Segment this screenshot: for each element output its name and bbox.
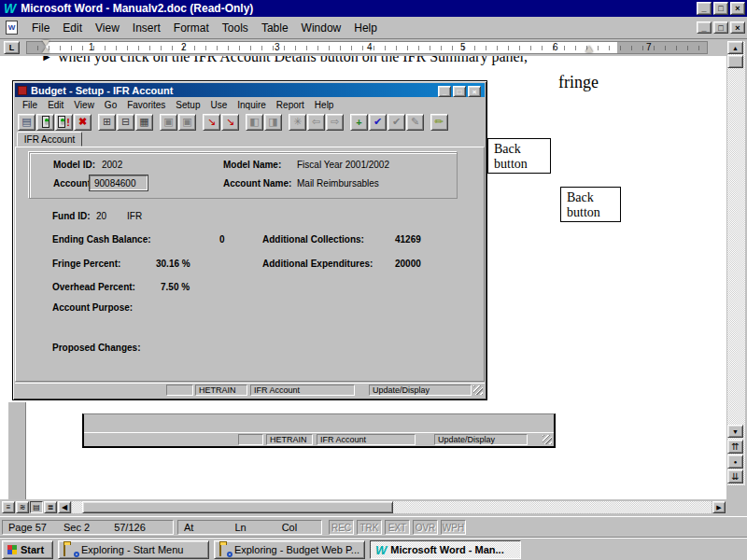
doc-close-button[interactable]: × — [730, 21, 745, 34]
edit-button[interactable]: ✎ — [406, 114, 424, 131]
copy-panel-button[interactable]: ▣ — [160, 114, 177, 131]
select-browse-object-button[interactable]: ● — [727, 455, 743, 469]
budget-menu-edit[interactable]: Edit — [48, 100, 63, 110]
account-input[interactable]: 90084600 — [90, 175, 148, 190]
tab-ifr-account[interactable]: IFR Account — [17, 132, 82, 147]
delete-row-icon: ⊟ — [121, 116, 130, 128]
scroll-left-button[interactable]: ◀ — [58, 501, 71, 513]
callout-back-button-1: Back button — [487, 138, 551, 174]
previous-page-button[interactable]: ⇈ — [727, 440, 743, 454]
doc-restore-button[interactable]: □ — [713, 21, 728, 34]
tab-selector[interactable]: L — [4, 41, 20, 54]
budget-close-button[interactable]: × — [468, 86, 481, 97]
budget-minimize-button[interactable]: _ — [438, 86, 451, 97]
grid-view-button[interactable]: ▦ — [135, 114, 153, 131]
budget-menu-favorites[interactable]: Favorites — [127, 100, 165, 110]
menu-table[interactable]: Table — [255, 19, 295, 37]
vertical-scroll-thumb[interactable] — [727, 55, 743, 68]
apply-button[interactable]: ✔ — [388, 114, 405, 131]
prev-panel-button[interactable]: ◧ — [246, 114, 263, 131]
rec-indicator[interactable]: REC — [329, 520, 354, 535]
budget-restore-button[interactable]: □ — [453, 86, 466, 97]
menu-tools[interactable]: Tools — [216, 19, 255, 37]
fund-id-value: 20 — [96, 211, 106, 221]
budget-menu-go[interactable]: Go — [105, 100, 117, 110]
document-icon[interactable]: W — [6, 21, 18, 35]
scroll-up-button[interactable]: ▲ — [727, 41, 743, 54]
budget-menu-use[interactable]: Use — [210, 100, 227, 110]
fringe-percent-label: Fringe Percent: — [52, 259, 120, 269]
taskbar-button-exploring-2[interactable]: Exploring - Budget Web P... — [214, 540, 365, 559]
taskbar-button-word[interactable]: W Microsoft Word - Man... — [370, 540, 521, 559]
menu-edit[interactable]: Edit — [56, 19, 89, 37]
delete-button[interactable]: ✖ — [74, 114, 92, 131]
scroll-down-button[interactable]: ▼ — [727, 425, 743, 438]
account-label: Account: — [53, 178, 93, 189]
menu-help[interactable]: Help — [347, 19, 384, 37]
traffic-light-icon — [42, 116, 49, 128]
additional-collections-label: Additional Collections: — [262, 234, 364, 245]
bullet-arrow-icon: ► — [41, 56, 52, 64]
forward-button[interactable]: ⇨ — [326, 114, 344, 131]
budget-menu-setup[interactable]: Setup — [176, 100, 200, 110]
budget-panel: Model ID: 2002 Model Name: Fiscal Year 2… — [15, 147, 485, 382]
restore-button[interactable]: □ — [713, 2, 728, 15]
web-layout-view-button[interactable]: ≋ — [16, 501, 29, 513]
indent-marker-left[interactable] — [42, 40, 49, 55]
back-button[interactable]: ⇦ — [307, 114, 325, 131]
status-panel: IFR Account — [317, 434, 416, 445]
trk-indicator[interactable]: TRK — [357, 520, 382, 535]
menu-insert[interactable]: Insert — [126, 19, 167, 37]
wph-indicator[interactable]: WPH — [441, 520, 466, 535]
cursor-info: At Ln Col — [177, 520, 322, 535]
close-button[interactable]: × — [730, 2, 745, 15]
additional-expenditures-label: Additional Expenditures: — [262, 259, 373, 269]
delete-row-button[interactable]: ⊟ — [117, 114, 134, 131]
run-button[interactable] — [36, 114, 54, 131]
paste-panel-button[interactable]: ▣ — [178, 114, 196, 131]
menu-format[interactable]: Format — [167, 19, 216, 37]
budget-menu-view[interactable]: View — [74, 100, 94, 110]
screenshot-fragment[interactable]: HETRAIN IFR Account Update/Display — [82, 413, 556, 448]
resize-grip[interactable] — [473, 385, 483, 395]
budget-menu-inquire[interactable]: Inquire — [237, 100, 266, 110]
budget-menu-report[interactable]: Report — [276, 100, 304, 110]
forward-arrow-icon: ⇨ — [331, 116, 339, 128]
task-label: Exploring - Start Menu — [81, 544, 183, 555]
next-panel-button[interactable]: ◨ — [264, 114, 282, 131]
spell-button[interactable]: ✎ — [430, 114, 448, 131]
start-button[interactable]: Start — [2, 540, 53, 559]
run-alert-button[interactable]: ! — [55, 114, 73, 131]
gear-icon: ✳ — [293, 116, 302, 128]
save-button[interactable]: ▤ — [18, 114, 35, 131]
menu-window[interactable]: Window — [295, 19, 348, 37]
document-page[interactable]: ► when you click on the IFR Account Deta… — [0, 56, 726, 499]
ruler-number: 4 — [367, 42, 373, 52]
normal-view-button[interactable]: ≡ — [2, 501, 15, 513]
ext-indicator[interactable]: EXT — [385, 520, 410, 535]
taskbar-button-exploring-1[interactable]: Exploring - Start Menu — [58, 540, 209, 559]
goto-row-button[interactable]: ↘ — [203, 114, 220, 131]
outline-view-button[interactable]: ≣ — [44, 501, 57, 513]
horizontal-scroll-thumb[interactable] — [82, 501, 393, 513]
menu-file[interactable]: File — [25, 19, 56, 37]
indent-marker-right[interactable] — [585, 46, 593, 52]
status-empty-cell — [238, 434, 263, 445]
vertical-scrollbar[interactable]: ▲ ▼ ⇈ ● ⇊ — [727, 41, 745, 485]
scroll-right-button[interactable]: ▶ — [712, 501, 726, 513]
add-button[interactable]: + — [350, 114, 368, 131]
next-page-button[interactable]: ⇊ — [727, 469, 743, 483]
budget-menu-file[interactable]: File — [22, 100, 37, 110]
ok-button[interactable]: ✔ — [369, 114, 387, 131]
insert-row-button[interactable]: ⊞ — [98, 114, 116, 131]
budget-window-screenshot[interactable]: Budget - Setup - IFR Account _ □ × File … — [13, 81, 486, 399]
menu-view[interactable]: View — [89, 19, 126, 37]
budget-menu-help[interactable]: Help — [315, 100, 334, 110]
goto-panel-button[interactable]: ↘ — [221, 114, 239, 131]
minimize-button[interactable]: _ — [697, 2, 712, 15]
budget-menubar: File Edit View Go Favorites Setup Use In… — [15, 98, 485, 111]
ovr-indicator[interactable]: OVR — [413, 520, 438, 535]
print-layout-view-button[interactable]: ▤ — [30, 501, 43, 513]
process-button[interactable]: ✳ — [289, 114, 306, 131]
doc-minimize-button[interactable]: _ — [697, 21, 712, 34]
